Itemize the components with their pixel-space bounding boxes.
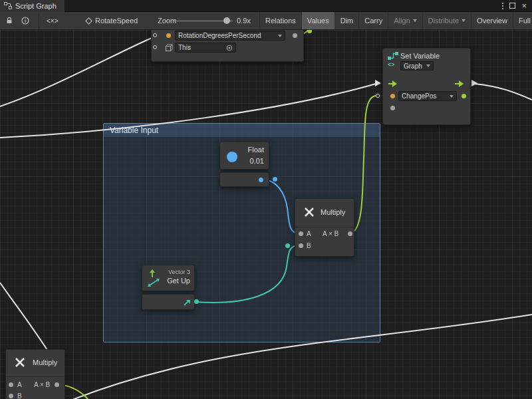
port-out[interactable] (348, 231, 352, 236)
node-divider (6, 376, 65, 377)
value-wire-multiply-to-set-variable[interactable] (351, 96, 376, 233)
target-object-field[interactable]: This (175, 43, 236, 53)
variable-name-port[interactable] (166, 33, 171, 38)
vector3-icon (147, 269, 162, 287)
port-out-label: A × B (34, 382, 50, 388)
float-type-icon (227, 152, 237, 162)
port-out[interactable] (55, 382, 59, 387)
get-up-node[interactable]: Vector 3 Get Up (142, 265, 195, 291)
script-graph-tab[interactable]: Script Graph (0, 0, 65, 12)
variable-name-dropdown[interactable]: RotationDegreesPerSecond (175, 31, 285, 41)
zoom-label: Zoom (158, 12, 176, 29)
graph-toolbar: <×> RotateSpeed Zoom 0.9x Relations Valu… (0, 12, 532, 30)
input-port[interactable] (153, 33, 157, 37)
node-title: Multiply (33, 358, 57, 366)
distribute-button[interactable]: Distribute (422, 12, 471, 29)
chevron-down-icon (426, 65, 430, 67)
float-value-field[interactable]: 0.01 (250, 157, 264, 165)
node-title: Set Variable (400, 52, 440, 60)
float-wire-to-multiply-a[interactable] (262, 180, 299, 233)
info-icon[interactable] (21, 12, 29, 29)
port-b-label: B (307, 243, 311, 249)
float-output-port[interactable] (259, 178, 263, 182)
node-title: Float (248, 146, 264, 154)
node-type-label: Vector 3 (168, 269, 190, 275)
carry-button[interactable]: Carry (358, 12, 388, 29)
node-divider (295, 227, 354, 227)
window-titlebar: Script Graph × (0, 0, 532, 12)
output-port[interactable] (293, 33, 297, 38)
lock-icon[interactable] (5, 12, 13, 29)
multiply-icon (303, 206, 315, 218)
variable-name-port[interactable] (390, 94, 395, 98)
float-node[interactable]: Float 0.01 (219, 142, 269, 170)
overview-button[interactable]: Overview (471, 12, 513, 29)
float-node-ports[interactable] (219, 172, 269, 187)
multiply-node[interactable]: Multiply A A × B B (295, 198, 354, 257)
chevron-down-icon (450, 95, 454, 98)
port-a-label: A (307, 231, 311, 237)
graph-canvas[interactable]: Variable Input RotationDegreesPerSecond (0, 30, 532, 399)
float-wire-junction-dot[interactable] (273, 177, 277, 182)
code-icon: <> (388, 61, 395, 68)
target-port[interactable] (153, 45, 157, 49)
window-title: Script Graph (15, 2, 57, 10)
port-out-label: A × B (323, 231, 338, 237)
script-graph-icon (4, 2, 12, 9)
scope-dropdown[interactable]: Graph (400, 61, 434, 70)
vector-wire-to-multiply-b[interactable] (196, 245, 299, 303)
menu-icon[interactable] (502, 3, 503, 9)
extra-port[interactable] (390, 106, 395, 110)
toolbar-buttons: Relations Values Dim Carry Align Distrib… (259, 12, 532, 29)
multiply-node-2[interactable]: Multiply A A × B B (5, 349, 65, 399)
dim-button[interactable]: Dim (334, 12, 359, 29)
value-output-port[interactable] (462, 94, 466, 98)
gameobject-cube-icon (165, 44, 173, 52)
flow-wire-bottom[interactable] (69, 315, 532, 399)
chevron-down-icon (462, 19, 466, 22)
port-a[interactable] (9, 382, 13, 387)
port-b-label: B (17, 393, 22, 399)
flow-arrowhead-out (471, 80, 477, 86)
variable-icon (388, 52, 399, 61)
object-picker-icon[interactable] (226, 45, 233, 51)
graph-name-breadcrumb[interactable]: RotateSpeed (95, 12, 138, 29)
toolbar-divider (39, 12, 39, 29)
get-up-node-ports[interactable] (142, 294, 195, 310)
node-title: Get Up (167, 277, 190, 285)
port-a[interactable] (299, 231, 303, 236)
chevron-down-icon (413, 19, 417, 22)
values-button[interactable]: Values (301, 12, 334, 29)
close-icon[interactable]: × (521, 1, 527, 10)
vector-output-port[interactable] (182, 298, 192, 307)
flow-wire-into-set-variable[interactable] (0, 84, 376, 138)
port-b[interactable] (299, 243, 303, 248)
vector-wire-junction-dot[interactable] (285, 243, 290, 248)
graph-asset-icon (85, 12, 92, 29)
align-button[interactable]: Align (388, 12, 422, 29)
flow-arrowhead-in (375, 80, 381, 86)
multiply-icon (14, 356, 26, 368)
value-input-port[interactable] (376, 94, 380, 98)
vector-output-wire-dot[interactable] (194, 299, 199, 304)
port-a-label: A (17, 382, 22, 388)
flow-wire-left-top[interactable] (0, 37, 155, 106)
flow-out-port[interactable] (454, 80, 465, 88)
maximize-icon[interactable] (509, 3, 515, 9)
variable-name-dropdown[interactable]: ChangePos (398, 91, 457, 101)
flow-in-port[interactable] (388, 80, 398, 88)
zoom-value: 0.9x (237, 12, 251, 29)
chevron-down-icon (278, 35, 282, 37)
port-b[interactable] (9, 394, 13, 398)
set-variable-node[interactable]: <> Set Variable Graph ChangePos (382, 48, 471, 125)
zoom-slider-handle[interactable] (223, 17, 230, 24)
fullscreen-button[interactable]: Full Screen (513, 12, 532, 29)
flow-wire-out-of-set-variable[interactable] (475, 84, 532, 100)
ports-icon[interactable]: <×> (47, 12, 59, 29)
relations-button[interactable]: Relations (259, 12, 301, 29)
node-title: Multiply (321, 208, 345, 216)
get-variable-node[interactable]: RotationDegreesPerSecond This (151, 30, 304, 62)
